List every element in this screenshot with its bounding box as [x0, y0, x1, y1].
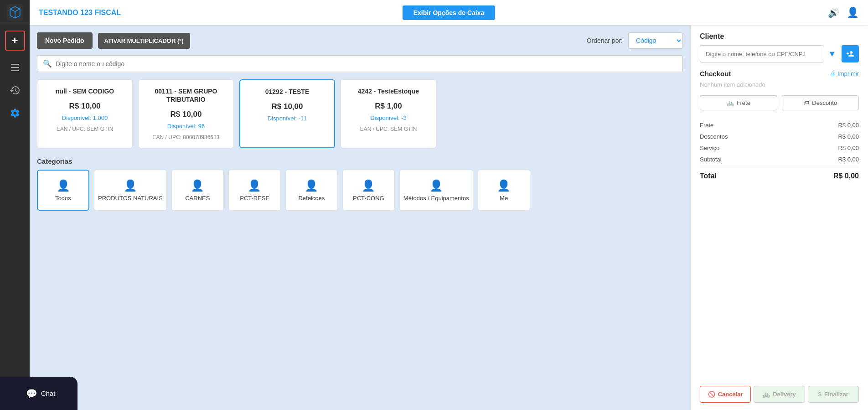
product-card-selected[interactable]: 01292 - TESTE R$ 10,00 Disponível: -11: [239, 79, 335, 148]
product-card[interactable]: 4242 - TesteEstoque R$ 1,00 Disponível: …: [341, 79, 436, 148]
finalizar-button[interactable]: $ Finalizar: [808, 386, 859, 403]
servico-row: Serviço R$ 0,00: [700, 142, 859, 154]
delivery-button[interactable]: 🚲 Delivery: [754, 386, 805, 403]
product-name: 01292 - TESTE: [248, 88, 327, 96]
product-disponivel: Disponível: -3: [348, 114, 429, 121]
sidebar: +: [0, 0, 30, 410]
category-icon: 👤: [497, 179, 511, 192]
frete-button[interactable]: 🚲 Frete: [700, 95, 777, 110]
search-bar: 🔍: [37, 55, 683, 72]
category-name: PCT-CONG: [353, 195, 384, 202]
desconto-button[interactable]: 🏷 Desconto: [782, 95, 859, 110]
frete-icon: 🚲: [727, 99, 734, 106]
sidebar-logo: [0, 0, 30, 25]
product-disponivel: Disponível: 96: [146, 123, 226, 130]
category-name: Refeicoes: [298, 195, 325, 202]
main-content: Novo Pedido ATIVAR MULTIPLICADOR (*) Ord…: [30, 25, 868, 410]
checkout-row: Checkout 🖨 Imprimir: [700, 70, 859, 78]
category-me[interactable]: 👤 Me: [478, 170, 530, 211]
left-panel: Novo Pedido ATIVAR MULTIPLICADOR (*) Ord…: [30, 25, 690, 410]
product-price: R$ 10,00: [146, 110, 226, 119]
chat-bubble-icon: 💬: [26, 388, 37, 399]
ordenar-select[interactable]: Código Nome Preço: [628, 32, 683, 49]
topbar: TESTANDO 123 FISCAL Exibir Opções de Cai…: [30, 0, 868, 25]
total-label: Total: [700, 172, 717, 180]
novo-pedido-button[interactable]: Novo Pedido: [37, 32, 93, 49]
bottom-buttons: 🚫 Cancelar 🚲 Delivery $ Finalizar: [700, 380, 859, 403]
right-panel: Cliente ▼ Checkout 🖨 Imprimir Nenhum ite…: [690, 25, 868, 410]
category-icon: 👤: [429, 179, 443, 192]
product-name: 00111 - SEM GRUPO TRIBUTARIO: [146, 87, 226, 104]
search-input[interactable]: [56, 60, 677, 67]
descontos-value: R$ 0,00: [838, 133, 859, 140]
descontos-label: Descontos: [700, 133, 728, 140]
categories-label: Categorias: [37, 157, 683, 165]
nenhum-item-text: Nenhum item adicionado: [700, 81, 859, 88]
toolbar-row: Novo Pedido ATIVAR MULTIPLICADOR (*) Ord…: [37, 32, 683, 49]
frete-label: Frete: [700, 122, 713, 129]
category-metodos[interactable]: 👤 Métodos / Equipamentos: [399, 170, 473, 211]
category-icon: 👤: [362, 179, 375, 192]
category-refeicoes[interactable]: 👤 Refeicoes: [285, 170, 338, 211]
product-name: 4242 - TesteEstoque: [348, 87, 429, 95]
ordenar-label: Ordenar por:: [587, 37, 623, 44]
subtotal-value: R$ 0,00: [838, 156, 859, 163]
category-name: PCT-RESF: [240, 195, 269, 202]
imprimir-button[interactable]: 🖨 Imprimir: [830, 70, 859, 77]
cliente-input[interactable]: [700, 45, 824, 62]
action-buttons-row: 🚲 Frete 🏷 Desconto: [700, 95, 859, 110]
product-price: R$ 10,00: [248, 102, 327, 111]
category-pct-resf[interactable]: 👤 PCT-RESF: [228, 170, 281, 211]
servico-value: R$ 0,00: [838, 145, 859, 151]
product-card[interactable]: null - SEM CODIGO R$ 10,00 Disponível: 1…: [37, 79, 133, 148]
product-price: R$ 10,00: [45, 102, 125, 111]
total-value: R$ 0,00: [833, 172, 859, 180]
cliente-dropdown-icon[interactable]: ▼: [828, 45, 836, 62]
chat-button[interactable]: 💬 Chat: [0, 377, 78, 410]
search-icon: 🔍: [43, 59, 52, 68]
product-price: R$ 1,00: [348, 102, 429, 111]
category-icon: 👤: [57, 179, 70, 192]
cliente-label: Cliente: [700, 32, 859, 41]
multiplicador-button[interactable]: ATIVAR MULTIPLICADOR (*): [98, 33, 190, 49]
category-icon: 👤: [191, 179, 204, 192]
product-ean: EAN / UPC: SEM GTIN: [348, 126, 429, 132]
cliente-add-button[interactable]: [842, 45, 859, 62]
cancel-icon: 🚫: [708, 391, 715, 398]
categories-row: 👤 Todos 👤 PRODUTOS NATURAIS 👤 CARNES 👤 P…: [37, 170, 683, 211]
category-name: PRODUTOS NATURAIS: [98, 195, 163, 202]
servico-label: Serviço: [700, 145, 719, 151]
product-ean: EAN / UPC: 000078936683: [146, 134, 226, 140]
printer-icon: 🖨: [830, 70, 836, 77]
cancelar-button[interactable]: 🚫 Cancelar: [700, 386, 751, 403]
product-disponivel: Disponível: 1.000: [45, 114, 125, 121]
frete-value: R$ 0,00: [838, 122, 859, 129]
sidebar-item-orders[interactable]: [0, 56, 30, 79]
category-name: Todos: [55, 195, 71, 202]
subtotal-label: Subtotal: [700, 156, 722, 163]
chat-label: Chat: [41, 389, 56, 397]
add-button[interactable]: +: [5, 31, 25, 51]
category-naturais[interactable]: 👤 PRODUTOS NATURAIS: [94, 170, 167, 211]
category-pct-cong[interactable]: 👤 PCT-CONG: [342, 170, 395, 211]
cliente-search-row: ▼: [700, 45, 859, 62]
sidebar-item-settings[interactable]: [0, 102, 30, 125]
app-title: TESTANDO 123 FISCAL: [39, 9, 312, 17]
product-disponivel: Disponível: -11: [248, 115, 327, 122]
desconto-icon: 🏷: [803, 99, 809, 106]
totals-section: Frete R$ 0,00 Descontos R$ 0,00 Serviço …: [700, 119, 859, 380]
sidebar-item-history[interactable]: [0, 79, 30, 102]
category-carnes[interactable]: 👤 CARNES: [171, 170, 224, 211]
frete-row: Frete R$ 0,00: [700, 119, 859, 131]
subtotal-row: Subtotal R$ 0,00: [700, 154, 859, 165]
caixa-button[interactable]: Exibir Opções de Caixa: [403, 5, 496, 20]
category-name: Me: [500, 195, 508, 202]
category-todos[interactable]: 👤 Todos: [37, 170, 89, 211]
sound-icon[interactable]: 🔊: [828, 7, 839, 18]
finalizar-icon: $: [818, 391, 822, 398]
delivery-icon: 🚲: [763, 391, 770, 398]
product-card[interactable]: 00111 - SEM GRUPO TRIBUTARIO R$ 10,00 Di…: [138, 79, 234, 148]
product-name: null - SEM CODIGO: [45, 87, 125, 95]
products-grid: null - SEM CODIGO R$ 10,00 Disponível: 1…: [37, 79, 683, 148]
user-icon[interactable]: 👤: [847, 7, 859, 19]
